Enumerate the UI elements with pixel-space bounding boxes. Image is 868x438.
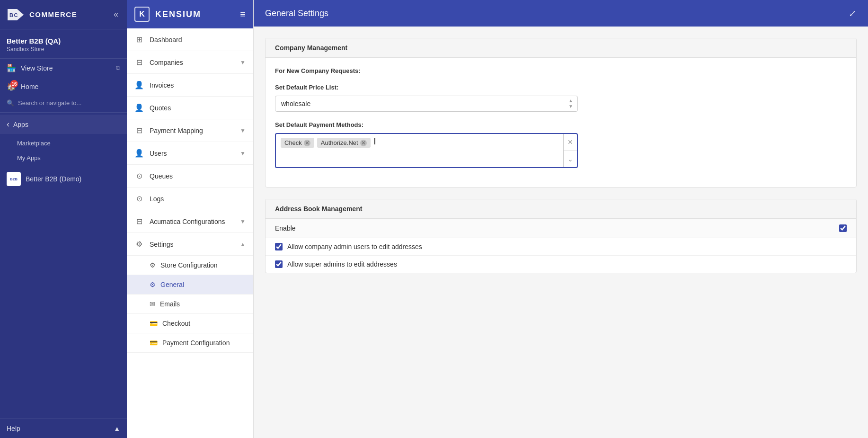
search-icon: 🔍 bbox=[7, 99, 14, 107]
kensium-nav-users[interactable]: 👤 Users ▼ bbox=[127, 142, 253, 165]
tag-authorizenet-close[interactable]: ✕ bbox=[360, 140, 367, 146]
bc-app-b2b-label: Better B2B (Demo) bbox=[26, 175, 81, 183]
kensium-nav-users-label: Users bbox=[150, 150, 167, 157]
kensium-nav-companies[interactable]: ⊟ Companies ▼ bbox=[127, 51, 253, 74]
kensium-nav-settings[interactable]: ⚙ Settings ▲ bbox=[127, 233, 253, 256]
logs-icon: ⊙ bbox=[134, 194, 144, 203]
kensium-nav-quotes[interactable]: 👤 Quotes bbox=[127, 97, 253, 119]
price-list-wrapper: wholesale retail standard ▲ ▼ bbox=[275, 96, 578, 112]
kensium-logo-letter: K bbox=[139, 10, 145, 18]
kensium-sub-payment-config[interactable]: 💳 Payment Configuration bbox=[127, 333, 253, 353]
kensium-nav-settings-label: Settings bbox=[150, 241, 174, 248]
svg-text:BC: BC bbox=[9, 12, 18, 18]
kensium-nav-left: ⊙ Queues bbox=[134, 171, 173, 180]
kensium-nav-acumatica[interactable]: ⊟ Acumatica Configurations ▼ bbox=[127, 210, 253, 233]
kensium-sub-emails[interactable]: ✉ Emails bbox=[127, 295, 253, 314]
kensium-sub-inner: 💳 Checkout bbox=[150, 320, 246, 327]
bc-search[interactable]: 🔍 Search or navigate to... bbox=[0, 96, 127, 110]
general-settings-icon: ⚙ bbox=[150, 281, 156, 288]
for-new-company-group: For New Company Requests: bbox=[275, 67, 847, 74]
kensium-nav-left: 👤 Invoices bbox=[134, 80, 174, 89]
bc-apps-marketplace[interactable]: Marketplace bbox=[0, 136, 127, 151]
multiselect-dropdown-button[interactable]: ⌄ bbox=[564, 151, 577, 168]
kensium-nav-left: ⚙ Settings bbox=[134, 240, 174, 249]
arrow-down: ▼ bbox=[568, 104, 573, 109]
bc-nav-home[interactable]: 🏠 Home 16 bbox=[0, 77, 127, 96]
bc-sidebar: BC COMMERCE « Better B2B (QA) Sandbox St… bbox=[0, 0, 127, 438]
address-book-card: Address Book Management Enable Allow com… bbox=[265, 199, 857, 273]
payment-methods-multiselect[interactable]: Check ✕ Authorize.Net ✕ ✕ bbox=[275, 133, 578, 168]
enable-checkbox[interactable] bbox=[839, 224, 847, 232]
main-content: General Settings ⤢ Company Management Fo… bbox=[254, 0, 868, 438]
allow-super-admin-edit-row: Allow super admins to edit addresses bbox=[266, 256, 856, 273]
kensium-nav-acumatica-label: Acumatica Configurations bbox=[150, 218, 225, 225]
arrow-up: ▲ bbox=[568, 98, 573, 103]
bc-nav-view-store[interactable]: 🏪 View Store ⧉ bbox=[0, 59, 127, 77]
kensium-sub-payment-config-label: Payment Configuration bbox=[162, 339, 230, 347]
kensium-nav-companies-label: Companies bbox=[150, 59, 183, 66]
multiselect-clear-button[interactable]: ✕ bbox=[564, 134, 577, 151]
users-icon: 👤 bbox=[134, 149, 144, 158]
kensium-nav-dashboard-label: Dashboard bbox=[150, 36, 182, 44]
bc-apps-chevron: ‹ bbox=[7, 119, 9, 129]
bc-footer-label: Help bbox=[7, 425, 20, 432]
kensium-sub-store-configuration[interactable]: ⚙ Store Configuration bbox=[127, 256, 253, 275]
kensium-nav-logs[interactable]: ⊙ Logs bbox=[127, 188, 253, 210]
enable-row: Enable bbox=[266, 219, 856, 238]
store-icon: 🏪 bbox=[7, 63, 16, 72]
payment-mapping-icon: ⊟ bbox=[134, 126, 144, 135]
kensium-nav-payment-mapping[interactable]: ⊟ Payment Mapping ▼ bbox=[127, 119, 253, 142]
kensium-hamburger-button[interactable]: ≡ bbox=[240, 9, 246, 20]
kensium-sub-general[interactable]: ⚙ General bbox=[127, 275, 253, 295]
bc-collapse-button[interactable]: « bbox=[112, 8, 120, 21]
bc-apps-label: Apps bbox=[13, 121, 28, 128]
bc-nav-home-label: Home bbox=[21, 83, 38, 90]
kensium-nav-left: ⊞ Dashboard bbox=[134, 35, 182, 44]
settings-icon: ⚙ bbox=[134, 240, 144, 249]
allow-admin-edit-row: Allow company admin users to edit addres… bbox=[266, 238, 856, 256]
invoices-icon: 👤 bbox=[134, 80, 144, 89]
kensium-title: KENSIUM bbox=[155, 9, 201, 19]
kensium-sub-general-label: General bbox=[160, 281, 184, 288]
bc-nav-view-store-label: View Store bbox=[21, 64, 53, 72]
kensium-nav-invoices[interactable]: 👤 Invoices bbox=[127, 74, 253, 97]
bc-app-b2b[interactable]: B2B Better B2B (Demo) bbox=[0, 167, 127, 191]
kensium-nav-left: ⊙ Logs bbox=[134, 194, 164, 203]
kensium-nav-left: ⊟ Payment Mapping bbox=[134, 126, 203, 135]
tag-check-close[interactable]: ✕ bbox=[304, 140, 310, 146]
external-link-icon: ⧉ bbox=[116, 64, 120, 72]
for-new-company-label: For New Company Requests: bbox=[275, 67, 847, 74]
bc-footer[interactable]: Help ▲ bbox=[0, 419, 127, 438]
bc-logo: BC COMMERCE bbox=[7, 8, 77, 21]
allow-admin-edit-label: Allow company admin users to edit addres… bbox=[287, 243, 422, 250]
kensium-sub-checkout[interactable]: 💳 Checkout bbox=[127, 314, 253, 333]
kensium-sub-store-config-label: Store Configuration bbox=[160, 261, 218, 269]
bc-apps-sub: Marketplace My Apps bbox=[0, 134, 127, 167]
price-list-select[interactable]: wholesale retail standard bbox=[275, 96, 578, 112]
app-icon: B2B bbox=[7, 172, 21, 186]
content-area: Company Management For New Company Reque… bbox=[254, 27, 868, 296]
bc-apps-myapps[interactable]: My Apps bbox=[0, 151, 127, 165]
payment-methods-group: Set Default Payment Methods: Check ✕ Aut… bbox=[275, 121, 847, 168]
allow-super-admin-edit-checkbox[interactable] bbox=[275, 260, 283, 268]
kensium-sub-inner: ⚙ General bbox=[150, 281, 246, 288]
select-arrows: ▲ ▼ bbox=[568, 98, 573, 109]
allow-super-admin-edit-label: Allow super admins to edit addresses bbox=[287, 260, 397, 268]
tag-authorizenet: Authorize.Net ✕ bbox=[317, 138, 371, 148]
store-config-icon: ⚙ bbox=[150, 261, 156, 269]
acumatica-icon: ⊟ bbox=[134, 217, 144, 226]
companies-chevron: ▼ bbox=[240, 59, 246, 66]
multiselect-inner: Check ✕ Authorize.Net ✕ bbox=[276, 134, 563, 152]
multiselect-controls: ✕ ⌄ bbox=[563, 134, 577, 167]
tag-check: Check ✕ bbox=[281, 138, 314, 148]
main-title: General Settings bbox=[265, 9, 328, 18]
company-management-card: Company Management For New Company Reque… bbox=[265, 38, 857, 188]
kensium-nav-dashboard[interactable]: ⊞ Dashboard bbox=[127, 28, 253, 51]
kensium-nav-queues[interactable]: ⊙ Queues bbox=[127, 165, 253, 188]
expand-icon[interactable]: ⤢ bbox=[849, 8, 857, 19]
checkout-icon: 💳 bbox=[150, 320, 158, 327]
kensium-nav-invoices-label: Invoices bbox=[150, 81, 174, 89]
bc-apps-header[interactable]: ‹ Apps bbox=[0, 115, 127, 134]
payment-config-icon: 💳 bbox=[150, 339, 158, 347]
allow-admin-edit-checkbox[interactable] bbox=[275, 243, 283, 250]
